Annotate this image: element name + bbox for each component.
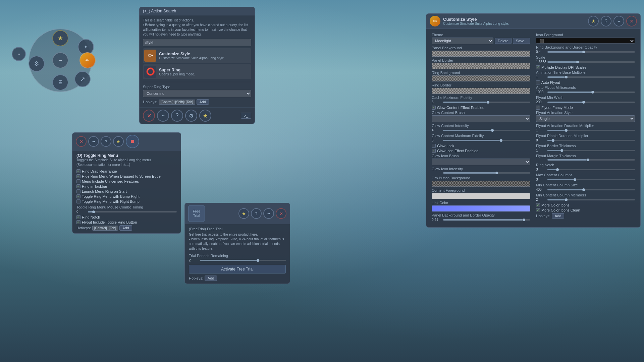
more-color-icons-clean-row[interactable]: ✓ More Color Icons Clean bbox=[536, 208, 635, 212]
auto-flyout-row[interactable]: Auto Flyout bbox=[536, 80, 635, 84]
glow-lock-row[interactable]: Glow Lock bbox=[432, 144, 530, 148]
ft-star-btn[interactable]: ★ bbox=[238, 208, 249, 219]
ring-bg-color[interactable] bbox=[432, 75, 530, 81]
ft-add-hotkey-btn[interactable]: Add bbox=[205, 276, 217, 281]
ring-notch-slider[interactable] bbox=[547, 169, 635, 170]
glow-icon-intensity-slider[interactable] bbox=[443, 172, 530, 174]
orb-bg-color[interactable] bbox=[432, 181, 530, 187]
ring-taskbar-row[interactable]: ✓ Ring in Taskbar bbox=[76, 184, 177, 188]
action-search-help-btn[interactable]: ? bbox=[171, 110, 183, 122]
ft-close-btn[interactable]: ✕ bbox=[276, 208, 286, 219]
ring-drag-rearrange-row[interactable]: ✓ Ring Drag Rearrange bbox=[76, 169, 177, 173]
toggle-bump-right-row[interactable]: ✓ Toggle Ring Menu with Bump Right bbox=[76, 194, 177, 198]
flyout-border-slider[interactable] bbox=[547, 150, 635, 151]
ring-star-header-btn[interactable]: ★ bbox=[113, 136, 124, 147]
ring-arrow-btn[interactable]: ↗ bbox=[74, 71, 91, 87]
min-col-members-slider[interactable] bbox=[547, 199, 635, 200]
flyout-margin-slider[interactable] bbox=[547, 159, 635, 161]
panel-bg-color[interactable] bbox=[432, 51, 530, 57]
right-bump-row[interactable]: Toggle Ring Menu with Right Bump bbox=[76, 199, 177, 203]
action-search-close-btn[interactable]: ✕ bbox=[143, 110, 155, 122]
glow-lock-checkbox[interactable] bbox=[432, 144, 436, 148]
action-item-super-ring[interactable]: ⭕ Super Ring Opens super ring mode. bbox=[143, 64, 251, 79]
flyout-anim-dur-slider[interactable] bbox=[547, 130, 635, 131]
flyout-fancy-row[interactable]: ✓ Flyout Fancy Mode bbox=[536, 106, 635, 110]
cs-more-btn[interactable]: ••• bbox=[613, 16, 624, 26]
ring-star-btn[interactable]: ★ bbox=[52, 30, 68, 46]
more-color-icons-clean-checkbox[interactable]: ✓ bbox=[536, 208, 540, 212]
multi-dpi-checkbox[interactable]: ✓ bbox=[536, 65, 540, 69]
ring-add-hotkey-btn[interactable]: Add bbox=[119, 225, 132, 231]
ring-notch-cb[interactable]: ✓ bbox=[76, 215, 80, 219]
cs-add-hotkey-btn[interactable]: Add bbox=[552, 213, 565, 219]
ring-customize-btn[interactable]: ✏ bbox=[79, 52, 96, 68]
flyout-ripple-slider[interactable] bbox=[547, 140, 635, 141]
delete-theme-btn[interactable]: Delete bbox=[495, 38, 512, 44]
action-item-customize[interactable]: ✏ Customize Style Customize Simplode Sui… bbox=[143, 48, 251, 63]
ring-more-btn[interactable]: ••• bbox=[52, 52, 68, 68]
add-hotkey-btn[interactable]: Add bbox=[197, 99, 209, 105]
flyout-fancy-checkbox[interactable]: ✓ bbox=[536, 106, 540, 110]
ring-taskbar-cb[interactable]: ✓ bbox=[76, 184, 80, 188]
launch-ring-row[interactable]: Launch Menu Ring on Start bbox=[76, 189, 177, 193]
ring-notch-row[interactable]: ✓ Ring Notch bbox=[76, 215, 177, 219]
action-search-more-btn[interactable]: ••• bbox=[157, 110, 169, 122]
ring-more-header-btn[interactable]: ••• bbox=[88, 136, 99, 147]
panel-border-color[interactable] bbox=[432, 63, 530, 69]
ring-bg-opacity-slider[interactable] bbox=[547, 51, 635, 53]
more-color-icons-checkbox[interactable]: ✓ bbox=[536, 203, 540, 207]
toggle-bump-right-cb[interactable]: ✓ bbox=[76, 194, 80, 198]
flyout-anim-style-select[interactable]: Single bbox=[536, 115, 635, 122]
save-theme-btn[interactable]: Save... bbox=[513, 38, 530, 44]
action-search-input[interactable] bbox=[143, 39, 251, 46]
icon-fg-color[interactable]: ⬛ bbox=[536, 38, 635, 44]
hide-ring-row[interactable]: ✓ Hide Ring Menu When Dragged to Screen … bbox=[76, 174, 177, 178]
ring-extra-more[interactable]: ••• bbox=[12, 47, 26, 61]
auto-flyout-ms-slider[interactable] bbox=[547, 92, 635, 93]
cache-fidelity-slider[interactable] bbox=[443, 102, 530, 103]
action-search-star-btn[interactable]: ★ bbox=[199, 110, 211, 122]
ring-border-color[interactable] bbox=[432, 88, 530, 94]
cs-star-btn[interactable]: ★ bbox=[588, 16, 599, 26]
ring-help-btn[interactable]: ? bbox=[101, 136, 111, 147]
right-bump-cb[interactable] bbox=[76, 199, 80, 203]
ring-settings-btn[interactable]: ⚙ bbox=[29, 56, 45, 72]
icon-fg-select[interactable]: ⬛ bbox=[536, 38, 635, 44]
glow-content-effect-checkbox[interactable]: ✓ bbox=[432, 106, 436, 110]
launch-ring-cb[interactable] bbox=[76, 189, 80, 193]
super-ring-type-select[interactable]: Concentric bbox=[143, 90, 251, 97]
flyout-min-width-slider[interactable] bbox=[547, 102, 635, 103]
max-cols-slider[interactable] bbox=[547, 179, 635, 180]
ring-close-btn[interactable]: ✕ bbox=[76, 136, 87, 147]
anim-time-slider[interactable] bbox=[547, 76, 635, 78]
action-search-expand-btn[interactable]: >_ bbox=[241, 113, 251, 119]
glow-content-brush-select[interactable] bbox=[432, 115, 530, 122]
glow-max-fidelity-slider[interactable] bbox=[443, 140, 530, 141]
action-search-settings-btn[interactable]: ⚙ bbox=[185, 110, 197, 122]
panel-bg-opacity-slider[interactable] bbox=[443, 219, 530, 221]
ring-window-btn[interactable]: 🖥 bbox=[52, 74, 68, 90]
more-color-icons-row[interactable]: ✓ More Color Icons bbox=[536, 203, 635, 207]
ring-drag-rearrange-cb[interactable]: ✓ bbox=[76, 169, 80, 173]
scale-slider[interactable] bbox=[547, 61, 635, 63]
theme-select[interactable]: Moonlight bbox=[432, 38, 493, 44]
unlicensed-row[interactable]: Menu Include Unlicensed Features bbox=[76, 179, 177, 183]
toggle-timing-slider[interactable] bbox=[88, 211, 177, 213]
unlicensed-cb[interactable] bbox=[76, 179, 80, 183]
ring-record-btn[interactable]: ⏺ bbox=[126, 135, 139, 148]
glow-intensity-slider[interactable] bbox=[443, 130, 530, 131]
activate-free-trial-btn[interactable]: Activate Free Trial bbox=[189, 265, 286, 274]
min-col-size-slider[interactable] bbox=[547, 189, 635, 190]
glow-content-effect-row[interactable]: ✓ Glow Content Effect Enabled bbox=[432, 106, 530, 110]
auto-flyout-checkbox[interactable] bbox=[536, 80, 540, 84]
glow-icon-effect-checkbox[interactable]: ✓ bbox=[432, 149, 436, 153]
flyout-include-row[interactable]: ✓ Flyout Include Toggle Ring Button bbox=[76, 220, 177, 224]
flyout-include-cb[interactable]: ✓ bbox=[76, 220, 80, 224]
glow-icon-brush-select[interactable] bbox=[432, 159, 530, 165]
cs-help-btn[interactable]: ? bbox=[601, 16, 611, 26]
multi-dpi-row[interactable]: ✓ Multiple Display DPI Scales bbox=[536, 65, 635, 69]
content-fg-color[interactable] bbox=[432, 193, 530, 199]
glow-icon-effect-row[interactable]: ✓ Glow Icon Effect Enabled bbox=[432, 149, 530, 153]
ft-help-btn[interactable]: ? bbox=[251, 208, 262, 219]
cs-close-btn[interactable]: ✕ bbox=[626, 16, 637, 26]
